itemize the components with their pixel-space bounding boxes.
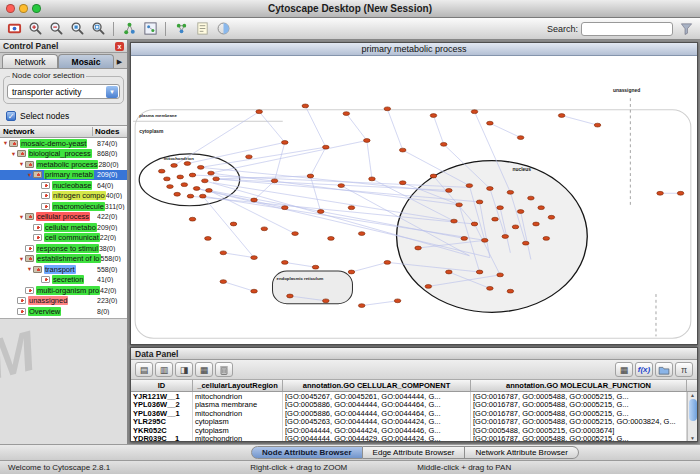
- table-row[interactable]: YJR121W__1mitochondrion[GO:0045267, GO:0…: [131, 392, 697, 401]
- annotation-icon[interactable]: [192, 20, 212, 38]
- tree-row[interactable]: macromolecule311(0): [0, 201, 127, 212]
- tree-row[interactable]: ▼establishment of lo558(0): [0, 254, 127, 265]
- minimize-window-button[interactable]: [19, 4, 28, 13]
- disclosure-triangle-icon[interactable]: ▼: [2, 140, 9, 146]
- table-scrollbar[interactable]: ▲ ▼: [687, 392, 697, 441]
- select-nodes-checkbox[interactable]: ✓: [6, 111, 16, 121]
- pi-icon[interactable]: π: [675, 362, 693, 377]
- tree-row[interactable]: ▼transport558(0): [0, 264, 127, 275]
- zoom-fit-icon[interactable]: [88, 20, 108, 38]
- select-attributes-icon[interactable]: ◨: [175, 362, 193, 377]
- window-controls: [6, 4, 41, 13]
- tree-item-label: nucleobase: [52, 181, 92, 190]
- scroll-thumb[interactable]: [689, 399, 697, 421]
- unselect-all-attributes-icon[interactable]: ▥: [155, 362, 173, 377]
- network-view-title[interactable]: primary metabolic process: [131, 43, 697, 56]
- function-builder-icon[interactable]: f(x): [635, 362, 653, 377]
- column-header[interactable]: annotation.GO MOLECULAR_FUNCTION: [471, 380, 687, 391]
- tree-row[interactable]: nucleobase64(0): [0, 180, 127, 191]
- table-row[interactable]: YLR295Ccytoplasm[GO:0045263, GO:0044444,…: [131, 418, 697, 427]
- column-header[interactable]: ID: [131, 380, 193, 391]
- network-canvas[interactable]: plasma membranecytoplasmmitochondrionnuc…: [131, 56, 697, 344]
- zoom-selected-icon[interactable]: [67, 20, 87, 38]
- disclosure-triangle-icon[interactable]: ▼: [26, 172, 33, 178]
- tree-item-label: response to stimul: [36, 244, 99, 253]
- vizmapper-icon[interactable]: [213, 20, 233, 38]
- tree-row[interactable]: response to stimul38(0): [0, 243, 127, 254]
- more-tabs-arrow-icon[interactable]: ▶: [114, 58, 125, 68]
- tree-row[interactable]: secretion41(0): [0, 275, 127, 286]
- table-cell: [GO:0016787, GO:0005488, GO:0005215, GO:…: [471, 418, 687, 427]
- file-icon: [41, 276, 50, 283]
- tree-row[interactable]: ▼primary metab209(0): [0, 170, 127, 181]
- tree-item-label: nitrogen compo: [52, 191, 106, 200]
- file-icon: [25, 245, 34, 252]
- svg-text:cytoplasm: cytoplasm: [139, 129, 163, 134]
- matrix-icon[interactable]: ▦: [615, 362, 633, 377]
- control-panel-close-icon[interactable]: x: [115, 42, 124, 51]
- node-color-dropdown[interactable]: transporter activity ▼: [7, 84, 120, 99]
- table-cell: plasma membrane: [193, 401, 283, 410]
- disclosure-triangle-icon[interactable]: ▼: [10, 151, 17, 157]
- select-all-attributes-icon[interactable]: ▤: [135, 362, 153, 377]
- column-header[interactable]: annotation.GO CELLULAR_COMPONENT: [283, 380, 471, 391]
- zoom-window-button[interactable]: [32, 4, 41, 13]
- tree-row[interactable]: ▼cellular process422(0): [0, 212, 127, 223]
- tree-row[interactable]: ▼biological_process868(0): [0, 149, 127, 160]
- tree-row[interactable]: ▼mosaic-demo-yeast874(0): [0, 138, 127, 149]
- disclosure-triangle-icon[interactable]: ▼: [18, 214, 25, 220]
- tab-node-attribute-browser[interactable]: Node Attribute Browser: [251, 446, 363, 459]
- title-bar[interactable]: Cytoscape Desktop (New Session): [0, 0, 700, 18]
- table-row[interactable]: YPL036W__1mitochondrion[GO:0005886, GO:0…: [131, 409, 697, 418]
- first-neighbors-icon[interactable]: [119, 20, 139, 38]
- tab-network[interactable]: Network: [2, 54, 58, 68]
- scroll-up-icon[interactable]: ▲: [690, 392, 695, 398]
- tree-item-label: macromolecule: [52, 202, 105, 211]
- tree-item-node-count: 40(0): [106, 192, 127, 199]
- table-row[interactable]: YKR052Ccytoplasm[GO:0044444, GO:0044424,…: [131, 426, 697, 435]
- table-row[interactable]: YDR039C__1mitochondrion[GO:0044444, GO:0…: [131, 435, 697, 442]
- disclosure-triangle-icon[interactable]: ▼: [18, 256, 25, 262]
- network-overview-icon[interactable]: [140, 20, 160, 38]
- close-window-button[interactable]: [6, 4, 15, 13]
- tree-row[interactable]: cellular metabo209(0): [0, 222, 127, 233]
- tree-row[interactable]: multi-organism pro42(0): [0, 285, 127, 296]
- tab-mosaic[interactable]: Mosaic: [58, 54, 114, 68]
- scroll-down-icon[interactable]: ▼: [690, 435, 695, 441]
- dropdown-arrow-icon: ▼: [106, 86, 118, 98]
- disclosure-triangle-icon[interactable]: ▼: [18, 161, 25, 167]
- delete-attribute-icon[interactable]: [215, 362, 233, 377]
- node-color-dropdown-value: transporter activity: [12, 87, 81, 97]
- tab-network-attribute-browser[interactable]: Network Attribute Browser: [465, 446, 578, 459]
- new-network-icon[interactable]: [171, 20, 191, 38]
- tree-row[interactable]: ▼metabolic process280(0): [0, 159, 127, 170]
- tree-row[interactable]: cell communicat22(0): [0, 233, 127, 244]
- svg-text:mitochondrion: mitochondrion: [164, 156, 195, 161]
- attribute-table-body: YJR121W__1mitochondrion[GO:0045267, GO:0…: [131, 392, 697, 441]
- zoom-out-icon[interactable]: [46, 20, 66, 38]
- mosaic-watermark: M: [0, 318, 127, 444]
- tree-item-label: cellular process: [36, 212, 90, 221]
- tree-item-label: metabolic process: [36, 160, 98, 169]
- file-icon: [25, 287, 34, 294]
- tab-edge-attribute-browser[interactable]: Edge Attribute Browser: [363, 446, 466, 459]
- filter-icon[interactable]: [676, 20, 696, 38]
- tree-row[interactable]: unassigned223(0): [0, 296, 127, 307]
- table-row[interactable]: YPL036W__2plasma membrane[GO:0005886, GO…: [131, 401, 697, 410]
- disclosure-triangle-icon[interactable]: ▼: [26, 266, 33, 272]
- folder-icon: [17, 150, 26, 157]
- tree-row[interactable]: nitrogen compo40(0): [0, 191, 127, 202]
- create-attribute-icon[interactable]: ▦: [195, 362, 213, 377]
- column-header[interactable]: _cellularLayoutRegion: [193, 380, 283, 391]
- import-attributes-icon[interactable]: [655, 362, 673, 377]
- zoom-in-icon[interactable]: [25, 20, 45, 38]
- network-graph[interactable]: plasma membranecytoplasmmitochondrionnuc…: [131, 56, 697, 344]
- tree-header-nodes[interactable]: Nodes: [93, 127, 127, 136]
- tree-item-node-count: 8(0): [97, 308, 127, 315]
- search-input[interactable]: [581, 22, 673, 36]
- table-cell: cytoplasm: [193, 426, 283, 435]
- tree-header-network[interactable]: Network: [0, 127, 93, 136]
- tree-row[interactable]: Overview8(0): [0, 306, 127, 317]
- app-icon[interactable]: [4, 20, 24, 38]
- tree-item-node-count: 558(0): [97, 266, 127, 273]
